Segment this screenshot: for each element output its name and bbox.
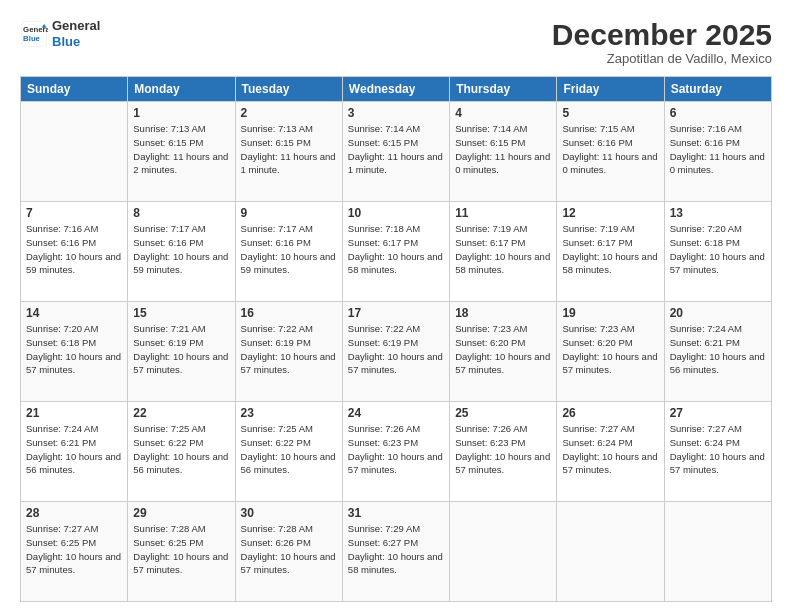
day-info: Sunrise: 7:19 AMSunset: 6:17 PMDaylight:… (562, 222, 658, 277)
calendar-cell-2-2: 16Sunrise: 7:22 AMSunset: 6:19 PMDayligh… (235, 302, 342, 402)
day-info: Sunrise: 7:13 AMSunset: 6:15 PMDaylight:… (241, 122, 337, 177)
calendar-cell-4-2: 30Sunrise: 7:28 AMSunset: 6:26 PMDayligh… (235, 502, 342, 602)
calendar-cell-1-0: 7Sunrise: 7:16 AMSunset: 6:16 PMDaylight… (21, 202, 128, 302)
day-info: Sunrise: 7:14 AMSunset: 6:15 PMDaylight:… (455, 122, 551, 177)
calendar-week-2: 14Sunrise: 7:20 AMSunset: 6:18 PMDayligh… (21, 302, 772, 402)
day-info: Sunrise: 7:20 AMSunset: 6:18 PMDaylight:… (670, 222, 766, 277)
calendar-cell-2-4: 18Sunrise: 7:23 AMSunset: 6:20 PMDayligh… (450, 302, 557, 402)
day-number: 3 (348, 106, 444, 120)
calendar-cell-2-6: 20Sunrise: 7:24 AMSunset: 6:21 PMDayligh… (664, 302, 771, 402)
day-number: 8 (133, 206, 229, 220)
calendar-week-4: 28Sunrise: 7:27 AMSunset: 6:25 PMDayligh… (21, 502, 772, 602)
day-number: 24 (348, 406, 444, 420)
day-number: 29 (133, 506, 229, 520)
day-number: 21 (26, 406, 122, 420)
day-info: Sunrise: 7:28 AMSunset: 6:26 PMDaylight:… (241, 522, 337, 577)
day-info: Sunrise: 7:22 AMSunset: 6:19 PMDaylight:… (348, 322, 444, 377)
day-info: Sunrise: 7:17 AMSunset: 6:16 PMDaylight:… (241, 222, 337, 277)
calendar-cell-1-5: 12Sunrise: 7:19 AMSunset: 6:17 PMDayligh… (557, 202, 664, 302)
header-monday: Monday (128, 77, 235, 102)
calendar-cell-0-0 (21, 102, 128, 202)
header-friday: Friday (557, 77, 664, 102)
day-number: 26 (562, 406, 658, 420)
day-info: Sunrise: 7:21 AMSunset: 6:19 PMDaylight:… (133, 322, 229, 377)
day-number: 7 (26, 206, 122, 220)
day-info: Sunrise: 7:24 AMSunset: 6:21 PMDaylight:… (26, 422, 122, 477)
header-tuesday: Tuesday (235, 77, 342, 102)
calendar-cell-3-3: 24Sunrise: 7:26 AMSunset: 6:23 PMDayligh… (342, 402, 449, 502)
logo: General Blue General Blue (20, 18, 100, 49)
header-saturday: Saturday (664, 77, 771, 102)
month-title: December 2025 (552, 18, 772, 51)
header-wednesday: Wednesday (342, 77, 449, 102)
calendar-cell-1-4: 11Sunrise: 7:19 AMSunset: 6:17 PMDayligh… (450, 202, 557, 302)
day-number: 13 (670, 206, 766, 220)
day-info: Sunrise: 7:18 AMSunset: 6:17 PMDaylight:… (348, 222, 444, 277)
location-subtitle: Zapotitlan de Vadillo, Mexico (552, 51, 772, 66)
day-number: 15 (133, 306, 229, 320)
header-thursday: Thursday (450, 77, 557, 102)
day-number: 10 (348, 206, 444, 220)
calendar-cell-0-2: 2Sunrise: 7:13 AMSunset: 6:15 PMDaylight… (235, 102, 342, 202)
day-number: 25 (455, 406, 551, 420)
svg-text:Blue: Blue (23, 34, 41, 43)
calendar-cell-3-5: 26Sunrise: 7:27 AMSunset: 6:24 PMDayligh… (557, 402, 664, 502)
day-info: Sunrise: 7:25 AMSunset: 6:22 PMDaylight:… (133, 422, 229, 477)
day-number: 11 (455, 206, 551, 220)
calendar-cell-1-6: 13Sunrise: 7:20 AMSunset: 6:18 PMDayligh… (664, 202, 771, 302)
calendar-cell-4-4 (450, 502, 557, 602)
calendar-cell-0-6: 6Sunrise: 7:16 AMSunset: 6:16 PMDaylight… (664, 102, 771, 202)
calendar-cell-4-0: 28Sunrise: 7:27 AMSunset: 6:25 PMDayligh… (21, 502, 128, 602)
calendar-cell-1-3: 10Sunrise: 7:18 AMSunset: 6:17 PMDayligh… (342, 202, 449, 302)
calendar-cell-0-3: 3Sunrise: 7:14 AMSunset: 6:15 PMDaylight… (342, 102, 449, 202)
calendar-cell-0-1: 1Sunrise: 7:13 AMSunset: 6:15 PMDaylight… (128, 102, 235, 202)
calendar-cell-4-6 (664, 502, 771, 602)
day-info: Sunrise: 7:24 AMSunset: 6:21 PMDaylight:… (670, 322, 766, 377)
day-info: Sunrise: 7:15 AMSunset: 6:16 PMDaylight:… (562, 122, 658, 177)
day-info: Sunrise: 7:14 AMSunset: 6:15 PMDaylight:… (348, 122, 444, 177)
calendar-cell-4-3: 31Sunrise: 7:29 AMSunset: 6:27 PMDayligh… (342, 502, 449, 602)
day-info: Sunrise: 7:28 AMSunset: 6:25 PMDaylight:… (133, 522, 229, 577)
day-number: 9 (241, 206, 337, 220)
logo-icon: General Blue (20, 20, 48, 48)
weekday-header-row: Sunday Monday Tuesday Wednesday Thursday… (21, 77, 772, 102)
day-number: 18 (455, 306, 551, 320)
calendar-cell-1-1: 8Sunrise: 7:17 AMSunset: 6:16 PMDaylight… (128, 202, 235, 302)
day-info: Sunrise: 7:27 AMSunset: 6:24 PMDaylight:… (670, 422, 766, 477)
day-info: Sunrise: 7:29 AMSunset: 6:27 PMDaylight:… (348, 522, 444, 577)
calendar-cell-0-5: 5Sunrise: 7:15 AMSunset: 6:16 PMDaylight… (557, 102, 664, 202)
calendar-cell-3-6: 27Sunrise: 7:27 AMSunset: 6:24 PMDayligh… (664, 402, 771, 502)
day-number: 23 (241, 406, 337, 420)
calendar-cell-2-0: 14Sunrise: 7:20 AMSunset: 6:18 PMDayligh… (21, 302, 128, 402)
day-info: Sunrise: 7:25 AMSunset: 6:22 PMDaylight:… (241, 422, 337, 477)
day-info: Sunrise: 7:19 AMSunset: 6:17 PMDaylight:… (455, 222, 551, 277)
calendar-week-0: 1Sunrise: 7:13 AMSunset: 6:15 PMDaylight… (21, 102, 772, 202)
header: General Blue General Blue December 2025 … (20, 18, 772, 66)
calendar-cell-2-5: 19Sunrise: 7:23 AMSunset: 6:20 PMDayligh… (557, 302, 664, 402)
day-number: 5 (562, 106, 658, 120)
calendar-cell-3-0: 21Sunrise: 7:24 AMSunset: 6:21 PMDayligh… (21, 402, 128, 502)
day-number: 14 (26, 306, 122, 320)
day-info: Sunrise: 7:27 AMSunset: 6:24 PMDaylight:… (562, 422, 658, 477)
day-number: 30 (241, 506, 337, 520)
day-number: 12 (562, 206, 658, 220)
day-info: Sunrise: 7:26 AMSunset: 6:23 PMDaylight:… (348, 422, 444, 477)
day-info: Sunrise: 7:16 AMSunset: 6:16 PMDaylight:… (670, 122, 766, 177)
calendar-cell-3-4: 25Sunrise: 7:26 AMSunset: 6:23 PMDayligh… (450, 402, 557, 502)
day-number: 6 (670, 106, 766, 120)
calendar-cell-0-4: 4Sunrise: 7:14 AMSunset: 6:15 PMDaylight… (450, 102, 557, 202)
header-sunday: Sunday (21, 77, 128, 102)
day-info: Sunrise: 7:20 AMSunset: 6:18 PMDaylight:… (26, 322, 122, 377)
calendar-week-3: 21Sunrise: 7:24 AMSunset: 6:21 PMDayligh… (21, 402, 772, 502)
title-block: December 2025 Zapotitlan de Vadillo, Mex… (552, 18, 772, 66)
day-number: 31 (348, 506, 444, 520)
day-number: 17 (348, 306, 444, 320)
day-info: Sunrise: 7:22 AMSunset: 6:19 PMDaylight:… (241, 322, 337, 377)
logo-blue: Blue (52, 34, 100, 50)
day-number: 2 (241, 106, 337, 120)
calendar-cell-1-2: 9Sunrise: 7:17 AMSunset: 6:16 PMDaylight… (235, 202, 342, 302)
calendar-table: Sunday Monday Tuesday Wednesday Thursday… (20, 76, 772, 602)
calendar-cell-3-1: 22Sunrise: 7:25 AMSunset: 6:22 PMDayligh… (128, 402, 235, 502)
day-info: Sunrise: 7:27 AMSunset: 6:25 PMDaylight:… (26, 522, 122, 577)
day-number: 4 (455, 106, 551, 120)
